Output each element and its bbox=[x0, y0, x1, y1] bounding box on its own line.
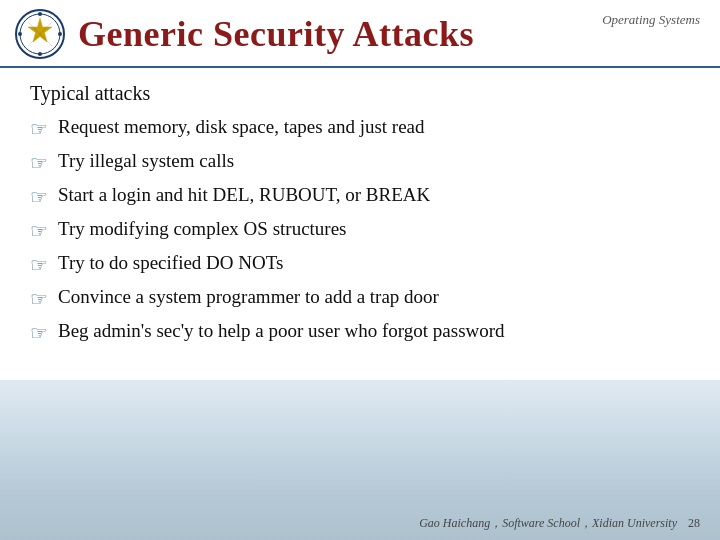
bullet-icon: ☞ bbox=[30, 116, 48, 142]
svg-point-5 bbox=[18, 32, 22, 36]
bullet-text: Convince a system programmer to add a tr… bbox=[58, 285, 439, 310]
page-number: 28 bbox=[688, 516, 700, 530]
course-label: Operating Systems bbox=[602, 12, 700, 28]
list-item: ☞Request memory, disk space, tapes and j… bbox=[30, 115, 690, 142]
bullet-icon: ☞ bbox=[30, 286, 48, 312]
bullet-list: ☞Request memory, disk space, tapes and j… bbox=[30, 115, 690, 346]
bullet-text: Start a login and hit DEL, RUBOUT, or BR… bbox=[58, 183, 430, 208]
list-item: ☞Start a login and hit DEL, RUBOUT, or B… bbox=[30, 183, 690, 210]
list-item: ☞Beg admin's sec'y to help a poor user w… bbox=[30, 319, 690, 346]
bullet-icon: ☞ bbox=[30, 252, 48, 278]
list-item: ☞Try illegal system calls bbox=[30, 149, 690, 176]
bullet-text: Request memory, disk space, tapes and ju… bbox=[58, 115, 425, 140]
svg-point-3 bbox=[38, 12, 42, 16]
slide-footer: Gao Haichang，Software School，Xidian Univ… bbox=[419, 515, 700, 532]
bullet-text: Beg admin's sec'y to help a poor user wh… bbox=[58, 319, 505, 344]
list-item: ☞Try to do specified DO NOTs bbox=[30, 251, 690, 278]
university-logo bbox=[14, 8, 66, 60]
bullet-icon: ☞ bbox=[30, 218, 48, 244]
bullet-icon: ☞ bbox=[30, 150, 48, 176]
slide-title: Generic Security Attacks bbox=[78, 13, 474, 55]
section-heading: Typical attacks bbox=[30, 82, 690, 105]
footer-text: Gao Haichang，Software School，Xidian Univ… bbox=[419, 516, 677, 530]
bullet-icon: ☞ bbox=[30, 184, 48, 210]
svg-point-4 bbox=[38, 52, 42, 56]
svg-point-6 bbox=[58, 32, 62, 36]
list-item: ☞Try modifying complex OS structures bbox=[30, 217, 690, 244]
header-left: Generic Security Attacks bbox=[14, 8, 474, 60]
bullet-icon: ☞ bbox=[30, 320, 48, 346]
bullet-text: Try illegal system calls bbox=[58, 149, 234, 174]
slide-header: Generic Security Attacks Operating Syste… bbox=[0, 0, 720, 68]
list-item: ☞Convince a system programmer to add a t… bbox=[30, 285, 690, 312]
bullet-text: Try modifying complex OS structures bbox=[58, 217, 347, 242]
svg-marker-2 bbox=[28, 18, 52, 42]
slide-body: Typical attacks ☞Request memory, disk sp… bbox=[0, 68, 720, 363]
bullet-text: Try to do specified DO NOTs bbox=[58, 251, 283, 276]
